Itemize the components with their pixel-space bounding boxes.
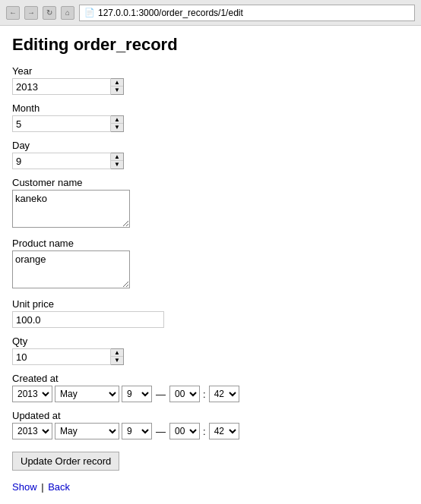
month-label: Month [12, 102, 409, 114]
created-at-min-select[interactable]: 00010203 04050607 08091011 12131415 1617… [209, 386, 239, 402]
day-down-arrow[interactable]: ▼ [111, 161, 123, 169]
submit-section: Update Order record [12, 447, 409, 478]
created-at-label: Created at [12, 373, 409, 384]
qty-field-group: Qty ▲ ▼ [12, 335, 409, 365]
year-label: Year [12, 65, 409, 77]
browser-chrome: ← → ↻ ⌂ 📄 127.0.0.1:3000/order_records/1… [0, 0, 421, 26]
created-at-dash: — [154, 389, 167, 400]
year-arrows: ▲ ▼ [111, 78, 124, 95]
home-nav-button[interactable]: ⌂ [61, 6, 74, 20]
created-at-hour-select[interactable]: 00010203 04050607 08091011 12131415 1617… [169, 386, 200, 402]
created-at-field-group: Created at 2013 JanuaryFebruaryMarchApri… [12, 373, 409, 402]
qty-up-arrow[interactable]: ▲ [111, 349, 123, 357]
updated-at-year-select[interactable]: 2013 [12, 423, 52, 439]
address-bar[interactable]: 📄 127.0.0.1:3000/order_records/1/edit [79, 5, 415, 21]
updated-at-month-select[interactable]: JanuaryFebruaryMarchApril MayJuneJulyAug… [55, 423, 119, 439]
year-input[interactable]: 2013 [12, 78, 111, 95]
month-input[interactable]: 5 [12, 115, 111, 132]
page-content: Editing order_record Year 2013 ▲ ▼ Month… [0, 26, 421, 502]
link-separator: | [39, 481, 47, 493]
customer-name-input[interactable]: kaneko [12, 190, 130, 228]
customer-name-label: Customer name [12, 177, 409, 188]
product-name-label: Product name [12, 238, 409, 249]
page-icon: 📄 [84, 8, 95, 17]
created-at-day-select[interactable]: 12345 678910 1112131415 1617181920 21222… [122, 386, 152, 402]
updated-at-dash: — [154, 426, 167, 437]
footer-links: Show | Back [12, 481, 409, 493]
day-spinner: 9 ▲ ▼ [12, 153, 409, 169]
created-at-year-select[interactable]: 2013 [12, 386, 52, 402]
submit-button[interactable]: Update Order record [12, 452, 119, 471]
year-spinner: 2013 ▲ ▼ [12, 78, 409, 95]
product-name-field-group: Product name orange [12, 238, 409, 291]
reload-nav-button[interactable]: ↻ [43, 6, 56, 20]
qty-input[interactable] [12, 348, 111, 365]
day-up-arrow[interactable]: ▲ [111, 153, 123, 161]
month-arrows: ▲ ▼ [111, 115, 124, 132]
qty-label: Qty [12, 335, 409, 347]
forward-nav-button[interactable]: → [24, 6, 38, 20]
qty-spinner: ▲ ▼ [12, 348, 409, 365]
updated-at-min-select[interactable]: 00010203 04050607 08091011 12131415 1617… [209, 423, 239, 439]
back-link[interactable]: Back [48, 481, 70, 493]
day-input[interactable]: 9 [12, 153, 111, 169]
updated-at-day-select[interactable]: 12345 678910 1112131415 1617181920 21222… [122, 423, 152, 439]
month-spinner: 5 ▲ ▼ [12, 115, 409, 132]
day-field-group: Day 9 ▲ ▼ [12, 140, 409, 169]
updated-at-label: Updated at [12, 410, 409, 421]
created-at-colon: : [202, 389, 207, 400]
day-arrows: ▲ ▼ [111, 153, 124, 169]
updated-at-datetime-row: 2013 JanuaryFebruaryMarchApril MayJuneJu… [12, 423, 409, 439]
month-up-arrow[interactable]: ▲ [111, 116, 123, 124]
qty-arrows: ▲ ▼ [111, 348, 124, 365]
show-link[interactable]: Show [12, 481, 37, 493]
year-field-group: Year 2013 ▲ ▼ [12, 65, 409, 95]
month-field-group: Month 5 ▲ ▼ [12, 102, 409, 132]
page-title: Editing order_record [12, 35, 409, 55]
created-at-month-select[interactable]: JanuaryFebruaryMarchApril MayJuneJulyAug… [55, 386, 119, 402]
unit-price-label: Unit price [12, 298, 409, 310]
qty-down-arrow[interactable]: ▼ [111, 357, 123, 364]
year-down-arrow[interactable]: ▼ [111, 87, 123, 94]
unit-price-input[interactable] [12, 311, 164, 328]
updated-at-colon: : [202, 426, 207, 437]
updated-at-field-group: Updated at 2013 JanuaryFebruaryMarchApri… [12, 410, 409, 439]
created-at-datetime-row: 2013 JanuaryFebruaryMarchApril MayJuneJu… [12, 386, 409, 402]
unit-price-field-group: Unit price [12, 298, 409, 328]
updated-at-hour-select[interactable]: 00010203 04050607 08091011 12131415 1617… [169, 423, 200, 439]
customer-name-field-group: Customer name kaneko [12, 177, 409, 230]
day-label: Day [12, 140, 409, 151]
year-up-arrow[interactable]: ▲ [111, 79, 123, 87]
back-nav-button[interactable]: ← [6, 6, 20, 20]
product-name-input[interactable]: orange [12, 250, 130, 288]
url-text: 127.0.0.1:3000/order_records/1/edit [98, 8, 243, 18]
month-down-arrow[interactable]: ▼ [111, 124, 123, 131]
